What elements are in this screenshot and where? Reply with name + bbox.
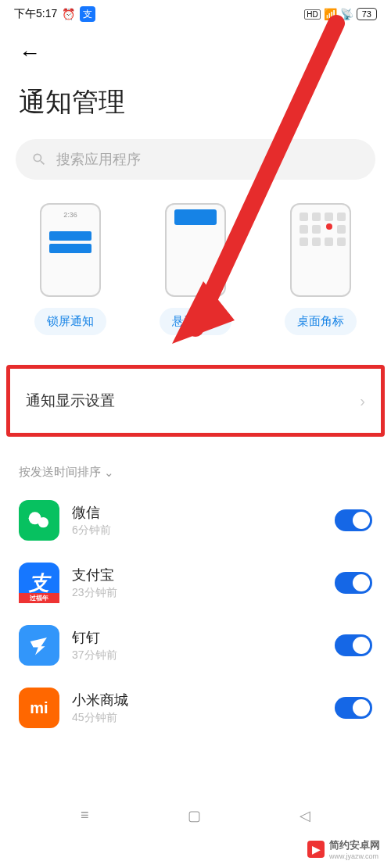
alipay-status-icon: 支 [80, 6, 95, 22]
hd-icon: HD [304, 9, 320, 20]
app-name: 微信 [72, 503, 322, 522]
lockscreen-preview-icon [40, 203, 101, 297]
type-lockscreen[interactable]: 锁屏通知 [34, 203, 106, 335]
sort-label: 按发送时间排序 [19, 465, 101, 480]
app-list: 微信 6分钟前 支 过福年 支付宝 23分钟前 钉钉 37分钟前 mi 小米商城 [0, 489, 391, 739]
type-floating[interactable]: 悬浮通知 [160, 203, 231, 335]
alarm-icon: ⏰ [62, 8, 75, 20]
status-bar: 下午5:17 ⏰ 支 HD 📶 📡 73 [0, 0, 391, 25]
type-badge-label: 桌面角标 [285, 308, 357, 335]
app-toggle[interactable] [335, 509, 372, 531]
notification-display-settings-label: 通知显示设置 [26, 391, 115, 411]
app-subtitle: 6分钟前 [72, 523, 322, 538]
page-title: 通知管理 [0, 72, 391, 139]
system-nav-bar: ≡ ▢ ◁ [0, 801, 391, 830]
app-name: 支付宝 [72, 566, 322, 584]
app-subtitle: 45分钟前 [72, 711, 322, 725]
sort-dropdown[interactable]: 按发送时间排序 ⌄ [0, 437, 391, 489]
search-input[interactable]: 搜索应用程序 [16, 139, 375, 180]
wifi-icon: 📡 [340, 8, 353, 20]
chevron-right-icon: › [360, 392, 365, 410]
chevron-down-icon: ⌄ [104, 466, 114, 480]
svg-point-1 [38, 517, 48, 527]
battery-icon: 73 [357, 8, 377, 20]
type-lockscreen-label: 锁屏通知 [34, 308, 106, 335]
app-row-wechat[interactable]: 微信 6分钟前 [0, 489, 391, 552]
app-toggle[interactable] [335, 697, 372, 719]
watermark-url: www.jyazw.com [329, 852, 380, 860]
nav-home-icon[interactable]: ▢ [188, 807, 201, 824]
xiaomi-icon: mi [19, 688, 59, 728]
badge-preview-icon [290, 203, 351, 297]
app-subtitle: 37分钟前 [72, 648, 322, 663]
status-time: 下午5:17 [14, 7, 57, 21]
app-toggle[interactable] [335, 634, 372, 656]
notification-display-settings-row[interactable]: 通知显示设置 › [6, 365, 385, 437]
floating-preview-icon [165, 203, 226, 297]
app-name: 小米商城 [72, 691, 322, 709]
search-icon [31, 152, 47, 167]
app-name: 钉钉 [72, 628, 322, 647]
notification-types-row: 锁屏通知 悬浮通知 桌面角标 [0, 180, 391, 343]
app-row-dingtalk[interactable]: 钉钉 37分钟前 [0, 614, 391, 677]
app-subtitle: 23分钟前 [72, 586, 322, 600]
app-row-xiaomi[interactable]: mi 小米商城 45分钟前 [0, 677, 391, 739]
alipay-icon: 支 过福年 [19, 563, 59, 603]
type-badge[interactable]: 桌面角标 [285, 203, 357, 335]
app-row-alipay[interactable]: 支 过福年 支付宝 23分钟前 [0, 552, 391, 614]
dingtalk-icon [19, 625, 59, 666]
watermark-icon: ▶ [307, 841, 325, 858]
app-toggle[interactable] [335, 572, 372, 594]
watermark: ▶ 简约安卓网 www.jyazw.com [307, 838, 380, 860]
nav-recents-icon[interactable]: ≡ [81, 807, 89, 824]
wechat-icon [19, 500, 59, 541]
back-button[interactable]: ← [0, 25, 391, 72]
search-placeholder: 搜索应用程序 [56, 150, 141, 169]
watermark-text: 简约安卓网 [329, 838, 380, 852]
type-floating-label: 悬浮通知 [160, 308, 231, 335]
nav-back-icon[interactable]: ◁ [300, 807, 310, 824]
signal-icon: 📶 [324, 8, 337, 20]
